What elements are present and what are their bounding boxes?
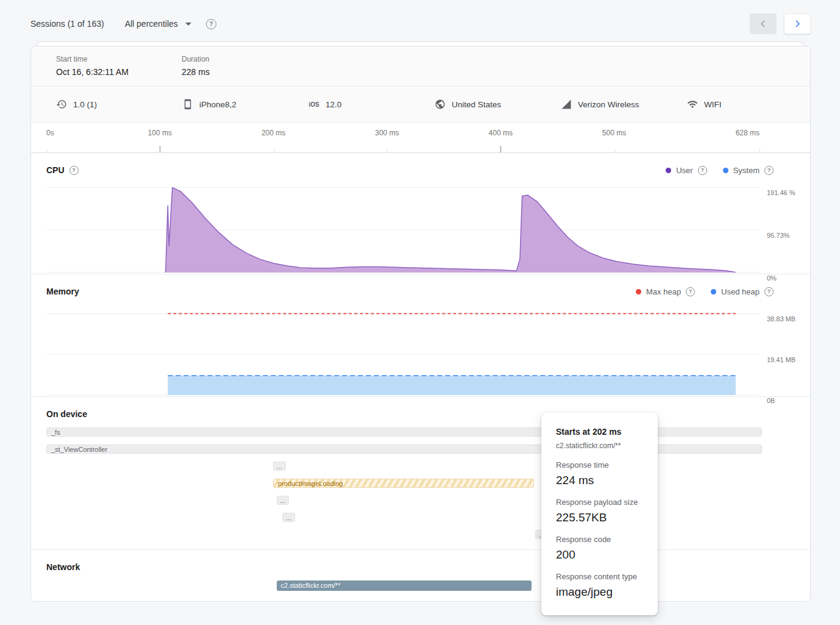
percentiles-dropdown[interactable]: All percentiles — [125, 19, 191, 29]
collapsed-spans-chip[interactable]: ... — [277, 496, 290, 505]
response-payload-value: 225.57KB — [556, 511, 643, 524]
on-device-section: On device _fs_st_ViewController...produc… — [31, 397, 810, 550]
signal-icon — [561, 99, 572, 110]
timeline-tick — [614, 149, 615, 152]
network-section-title: Network — [46, 562, 80, 572]
response-code-label: Response code — [556, 535, 643, 544]
session-card: Start time Oct 16, 6:32:11 AM Duration 2… — [30, 46, 811, 602]
start-time-value: Oct 16, 6:32:11 AM — [56, 67, 182, 77]
memory-section: Memory Max heap Used heap 38.83 MB19.41 … — [31, 274, 810, 397]
tooltip-field: Response time 224 ms — [556, 460, 643, 487]
app-version-label: 1.0 (1) — [73, 100, 97, 109]
chevron-left-icon — [757, 18, 769, 30]
tooltip-field: Response content type image/jpeg — [556, 572, 643, 599]
y-axis-label: 19.41 MB — [767, 355, 796, 365]
cpu-section: CPU User System 191.46 %95.73%0% — [31, 153, 810, 274]
on-device-section-title: On device — [46, 409, 87, 419]
start-time-label: Start time — [56, 55, 182, 63]
collapsed-spans-chip[interactable]: ... — [282, 513, 295, 522]
tooltip-field: Response payload size 225.57KB — [556, 498, 643, 524]
system-help-icon[interactable] — [764, 166, 774, 175]
memory-legend: Max heap Used heap — [636, 287, 774, 296]
timeline-tick — [160, 146, 160, 152]
network-request-bar[interactable]: c2.staticflickr.com/** — [277, 580, 532, 591]
max-heap-legend-dot — [636, 289, 641, 295]
top-bar: Sessions (1 of 163) All percentiles — [0, 0, 840, 41]
os-version-label: 12.0 — [326, 100, 341, 109]
used-heap-legend-dot — [711, 289, 716, 295]
legend-used-heap: Used heap — [711, 287, 774, 296]
network-section: Network c2.staticflickr.com/** — [31, 550, 810, 595]
response-content-type-label: Response content type — [556, 572, 643, 581]
memory-section-title: Memory — [46, 287, 79, 296]
session-nav — [750, 13, 811, 34]
used-heap-help-icon[interactable] — [764, 287, 774, 296]
country-label: United States — [452, 100, 501, 109]
max-heap-legend-label: Max heap — [646, 287, 681, 296]
y-axis-label: 95.73% — [767, 231, 796, 240]
session-timeline[interactable]: 0s100 ms200 ms300 ms400 ms500 ms628 ms — [31, 123, 810, 153]
duration-value: 228 ms — [182, 67, 307, 77]
device-attributes-row: 1.0 (1) iPhone8,2 iOS 12.0 United States… — [31, 87, 810, 123]
timeline-tick-label: 500 ms — [602, 129, 626, 137]
country-item: United States — [435, 99, 561, 110]
carrier-item: Verizon Wireless — [561, 99, 687, 110]
user-legend-label: User — [676, 166, 692, 175]
response-payload-label: Response payload size — [556, 498, 643, 507]
cpu-legend: User System — [666, 166, 774, 175]
legend-max-heap: Max heap — [636, 287, 695, 296]
cpu-help-icon[interactable] — [69, 166, 79, 175]
app-version-item: 1.0 (1) — [56, 99, 182, 110]
cpu-section-title: CPU — [46, 165, 65, 175]
radio-type-label: WIFI — [704, 100, 722, 109]
trace-span-bar[interactable]: productImageLoading — [273, 479, 534, 488]
sessions-help-icon[interactable] — [206, 19, 216, 29]
radio-type-item: WIFI — [687, 99, 722, 110]
tooltip-url: c2.staticflickr.com/** — [556, 441, 643, 450]
timeline-tick-label: 100 ms — [148, 129, 172, 137]
wifi-icon — [687, 99, 698, 110]
y-axis-label: 38.83 MB — [767, 315, 796, 324]
response-content-type-value: image/jpeg — [556, 585, 643, 599]
timeline-tick — [46, 149, 47, 152]
network-request-tooltip: Starts at 202 ms c2.staticflickr.com/** … — [541, 413, 658, 615]
timeline-tick — [274, 149, 274, 152]
user-help-icon[interactable] — [698, 166, 707, 175]
tooltip-field: Response code 200 — [556, 535, 643, 562]
smartphone-icon — [182, 99, 193, 110]
ios-icon: iOS — [308, 101, 319, 108]
previous-session-button[interactable] — [750, 13, 777, 34]
user-legend-dot — [666, 168, 671, 173]
system-legend-label: System — [733, 166, 760, 175]
duration-label: Duration — [182, 55, 307, 63]
response-code-value: 200 — [556, 548, 643, 562]
timeline-tick-label: 300 ms — [375, 129, 399, 137]
legend-user: User — [666, 166, 707, 175]
timeline-tick — [387, 149, 388, 152]
device-model-item: iPhone8,2 — [182, 99, 308, 110]
system-legend-dot — [723, 168, 728, 173]
timeline-tick-label: 200 ms — [262, 129, 285, 137]
timeline-tick-label: 400 ms — [489, 129, 513, 137]
timeline-axis: 0s100 ms200 ms300 ms400 ms500 ms628 ms — [46, 123, 760, 152]
timeline-tick-label: 628 ms — [736, 129, 760, 137]
used-heap-legend-label: Used heap — [721, 287, 760, 296]
cpu-chart[interactable] — [46, 182, 760, 273]
y-axis-label: 0% — [767, 274, 796, 283]
memory-chart[interactable] — [46, 304, 760, 395]
sessions-count-label: Sessions (1 of 163) — [30, 19, 104, 29]
response-time-label: Response time — [556, 460, 643, 470]
timeline-tick-label: 0s — [46, 129, 54, 137]
response-time-value: 224 ms — [556, 474, 643, 487]
y-axis-label: 191.46 % — [767, 188, 796, 198]
max-heap-help-icon[interactable] — [686, 287, 695, 296]
timeline-tick — [500, 146, 501, 152]
session-summary: Start time Oct 16, 6:32:11 AM Duration 2… — [31, 46, 810, 87]
collapsed-spans-chip[interactable]: ... — [273, 462, 286, 471]
dropdown-caret-icon — [185, 23, 191, 26]
history-icon — [56, 99, 67, 110]
carrier-label: Verizon Wireless — [578, 100, 639, 109]
os-version-item: iOS 12.0 — [308, 100, 435, 109]
next-session-button[interactable] — [784, 13, 811, 34]
device-model-label: iPhone8,2 — [199, 100, 237, 109]
